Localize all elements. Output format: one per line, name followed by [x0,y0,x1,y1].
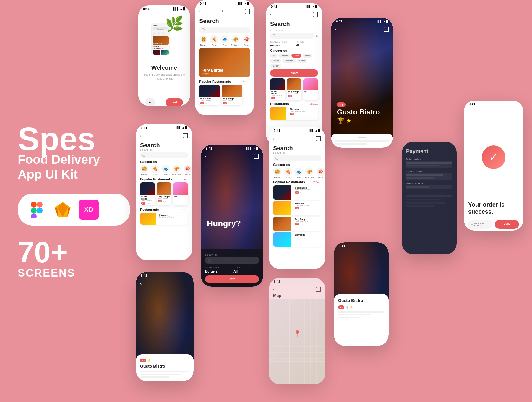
dark-nav: ‹ ⋮ [201,152,263,160]
status-bar-gusto: 9:41 ▌▌▌ ▲ ▊ [331,18,393,25]
gusto-restaurant-info: 4.5 Gusto Bistro 🏆 ★ [337,101,380,124]
pop-gusto-5[interactable]: Gusto Bistro York, Toronto 4.5 89 🛒 [140,182,155,205]
apply-button[interactable]: Apply [270,69,318,77]
done-button[interactable]: Done [495,220,519,229]
map-title: Map [273,293,321,298]
popular-section-header: Popular Restaurants SEE ALL [199,80,250,83]
dark-location-input[interactable] [205,257,259,264]
pop-fury-5[interactable]: Fury Burger York, Toronto 4.5 88 🛒 [157,182,171,205]
category-patisserie[interactable]: 🥐 Patisserie [231,35,240,46]
figma-icon [27,200,47,220]
tag-pasta[interactable]: Pasta [291,54,301,58]
filter-icon[interactable]: ⧖ [316,34,318,38]
tag-breakfast[interactable]: Breakfast [282,59,296,63]
tag-salads[interactable]: Salads [270,59,281,63]
filter-restaurant-gusto[interactable]: Gusto Bistro York, Toronto 4.5 [270,78,285,100]
category-sushi[interactable]: 🍣 Sushi [243,35,251,46]
payment-content: Payment Delivery address Payment method … [402,145,457,210]
restaurant-card-fury[interactable]: Fury Burger York, Toronto 4.5 88 [222,85,242,105]
cat-fish-5[interactable]: 🐟 Fish [161,165,170,176]
welcome-phone: 9:41 ▌▌▌ ▲ ▊ Search Categories [138,5,190,106]
list-fury-7[interactable]: Fury Burger North York, York 4.1 [273,217,321,231]
svg-rect-4 [31,213,37,218]
filter-restaurant-pizza[interactable]: Piz... [303,78,318,100]
status-bar-gusto3: 9:41 [136,272,194,279]
cat-fish-7[interactable]: 🐟 Fish [294,168,303,179]
nav-header-7: ‹ ⋮ [269,134,325,142]
tag-lunch[interactable]: Lunch [297,59,307,63]
gusto-bottom-phone: 9:41 Gusto Bistro 4.5 🛒 ★ [334,242,389,346]
back-orders-button[interactable]: ← Back to My Orders [468,220,492,229]
category-pizza[interactable]: 🍕 Pizza [210,35,218,46]
welcome-illustration: Search Categories Gusto Bistro Popula [147,18,182,60]
welcome-subtitle: Sed ut perspiciatis unde omnis iste natu… [142,73,186,80]
search-input-2[interactable] [199,27,250,33]
pop-piz-5[interactable]: Piz... [173,182,188,205]
cat-burger-7[interactable]: 🍔 Burger [273,168,281,179]
dark-bottom-panel: LOCATION CATEGORY Burgers TYPE All Text [201,249,263,287]
filter-location-input[interactable] [270,33,314,39]
next-button[interactable]: next [166,98,183,106]
cat-burger-5[interactable]: 🍔 Burger [140,165,148,176]
filter-title: Search [270,21,318,27]
left-panel: Spes Food Delivery App UI Kit [18,0,142,402]
search-list-title: Search [140,142,188,149]
search-list-left-phone: 9:41 ▌▌▌ ▲ ▊ ‹ ⋮ Search LOCATION Categor… [136,124,192,260]
search-input-7[interactable] [273,155,321,161]
cat-pizza-5[interactable]: 🍕 Pizza [151,165,159,176]
gusto3-bottom: 4.5 ★ Gusto Bistro [136,354,194,381]
search-list-input[interactable] [140,152,188,158]
success-phone: 9:41 ✓ Your order is success. ← Back to … [464,100,523,231]
brand-title: Spes [18,123,142,155]
restaurant-card-gusto[interactable]: Gusto Bistro York, Toronto 4.5 89 [199,85,220,105]
list-bistro-7[interactable]: Bistrozilla [273,232,321,247]
search-food-phone: 9:41 ▌▌▌ ▲ ▊ ‹ ⋮ Search 🍔 Burger [195,0,254,115]
svg-rect-1 [37,202,43,208]
status-bar-gusto2: 9:41 [334,242,389,249]
tag-all[interactable]: All [270,54,277,58]
filter-restaurants-header: Restaurants SEE ALL [270,102,318,106]
tag-dinner[interactable]: Dinner [270,64,281,68]
dark-text-button[interactable]: Text [205,275,259,283]
success-content: ✓ Your order is success. ← Back to My Or… [464,108,523,231]
tag-pizza[interactable]: Pizza [303,54,312,58]
search-filter-phone: 9:41 ▌▌▌ ▲ ▊ ‹ ⋮ Search LOCATION ⧖ [266,3,322,145]
tag-burgers[interactable]: Burgers [278,54,291,58]
category-fish[interactable]: 🐟 Fish [220,35,229,46]
payment-phone: Payment Delivery address Payment method … [402,142,457,254]
filter-restaurants-row: Gusto Bistro York, Toronto 4.5 Fury Burg… [270,78,318,100]
svg-rect-0 [31,202,37,208]
welcome-title: Welcome [151,64,177,71]
map-pin: 📍 [293,330,301,338]
cat-sushi-7[interactable]: 🍣 Sushi [317,168,325,179]
category-burger[interactable]: 🍔 Burger [199,35,207,46]
categories-row-5: 🍔 Burger 🍕 Pizza 🐟 Fish 🥐 Patisserie 🍣 [140,165,188,176]
list-pizzazen-7[interactable]: Pizzazen North York, Toronto 4.1 [273,201,321,215]
popular-header-5: Popular Restaurants SEE ALL [140,177,188,181]
nav-header-2: ‹ ⋮ [195,7,254,15]
filter-restaurant-fury[interactable]: Fury Burger York, Toronto 4.5 [287,78,301,100]
back-button[interactable]: ← [145,98,155,106]
filter-list-pizzazen[interactable]: Pizzazen North York, Toronto 4.1 [270,107,318,120]
gusto3-nav: ‹ [136,279,194,287]
categories-row-7: 🍔 Burger 🍕 Pizza 🐟 Fish 🥐 Patisserie 🍣 [273,168,321,179]
search-list-right-phone: 9:41 ▌▌▌ ▲ ▊ ‹ ⋮ Search LOCATION Categor… [269,127,325,269]
cat-pat-5[interactable]: 🥐 Patisserie [172,165,181,176]
gusto-hero-phone: 9:41 ▌▌▌ ▲ ▊ ‹ ⋮ 4.5 Gusto Bistro 🏆 ★ [331,18,393,148]
success-buttons: ← Back to My Orders Done [468,220,519,231]
screens-label: SCREENS [18,267,142,279]
categories-tags: All Burgers Pasta Pizza Salads Breakfast… [270,54,318,68]
list-gusto-7[interactable]: Gusto Bistro North York, Toronto 4.1 🛒 [273,185,321,200]
search-list-right-content: Search LOCATION Categories 🍔 Burger 🍕 Pi… [269,142,325,269]
filter-content: Search LOCATION ⧖ CATEGORIES Burgers [266,18,322,145]
list-pizzazen-5[interactable]: Pizzazen North York, Toronto [140,213,188,225]
cat-pat-7[interactable]: 🥐 Patisserie [305,168,314,179]
cat-sushi-5[interactable]: 🍣 Sushi [184,165,192,176]
popular-header-7: Popular Restaurants SEE ALL [273,180,321,184]
status-bar-7: 9:41 ▌▌▌ ▲ ▊ [269,127,325,134]
cat-pizza-7[interactable]: 🍕 Pizza [284,168,292,179]
svg-rect-3 [31,208,37,213]
restaurants-header-5: Restaurants SEE ALL [140,208,188,211]
gusto-bottom2: Gusto Bistro 4.5 🛒 ★ [334,294,389,346]
search-icon-2 [202,28,205,31]
